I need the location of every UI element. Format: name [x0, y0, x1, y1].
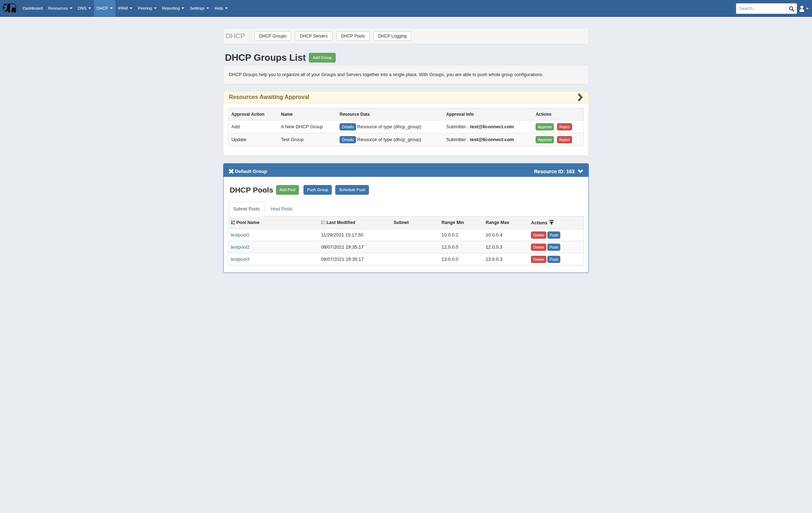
svg-text:Z: Z — [233, 223, 235, 225]
